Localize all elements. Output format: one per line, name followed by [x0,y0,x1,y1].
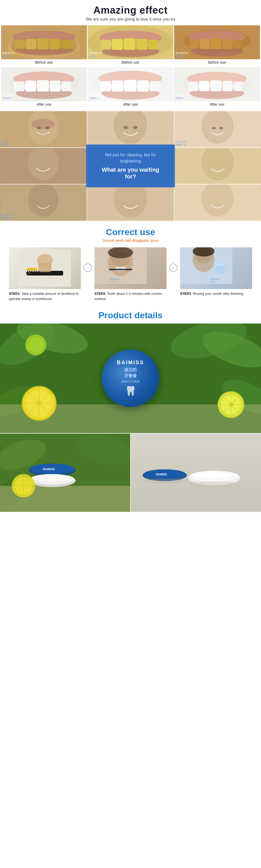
arrow-circle-1: → [84,264,92,272]
svg-rect-42 [112,80,123,92]
collage-face-1: BAIMISS佰魅伊人 [0,111,87,147]
svg-rect-41 [100,81,111,91]
brand-name: BAIMISS [117,359,144,366]
green-lemon [24,333,48,359]
collage-face-4 [0,148,87,184]
face-svg-3 [174,111,261,147]
product-chinese-name: 嗯贝吧牙膏膏 [117,367,144,379]
svg-point-62 [123,126,128,129]
after-tooth-1: BAIMISS佰魅伊人 After use [1,67,87,108]
baimiss-watermark-3: BAIMISS佰魅伊人 [175,141,187,146]
svg-rect-6 [26,39,36,49]
step-2-image: BAIMISS 佰魅伊人 [94,247,167,289]
svg-point-97 [108,247,133,258]
step-2: BAIMISS 佰魅伊人 STEP2: Tooth about 2-3 minu… [92,247,169,301]
step-3-label: STEP3: Rinsing your mouth after finishin… [180,291,252,297]
collage-overlay: Not just for cleaning, but for brighteni… [86,145,175,187]
svg-rect-50 [188,82,198,91]
correct-use-title: Correct use [4,227,257,237]
lemon-slice-right-svg [216,390,245,419]
steps-row: STEP1: Take a suitable amount of dentifr… [4,247,257,301]
svg-rect-9 [61,40,70,49]
svg-point-143 [34,475,70,482]
face-svg-2 [87,111,174,147]
tooth-icon: 🦷 [117,384,144,398]
before-label-2: Before use [88,59,174,66]
svg-text:BAIMISS: BAIMISS [156,473,167,476]
product-bottom-right: BAIMISS [131,434,261,512]
svg-text:佰魅伊人: 佰魅伊人 [209,281,217,283]
baimiss-watermark-7: BAIMISS佰魅伊人 [1,214,13,220]
after-tooth-3: BAIMISS佰魅伊人 After use [174,67,260,108]
svg-point-74 [28,184,58,217]
svg-text:佰魅伊人: 佰魅伊人 [109,281,117,283]
before-teeth-grid: BAIMISS佰魅伊人 Before use [0,25,261,66]
face-svg-8 [87,184,174,221]
main-subtitle: We are sure you are going to love it onc… [3,17,258,22]
lemon-slice-right [216,390,245,420]
step-3: BAIMISS 佰魅伊人 STEP3: Rinsing your mouth a… [178,247,254,297]
svg-rect-81 [26,272,31,274]
watermark-6: BAIMISS佰魅伊人 [176,94,188,100]
svg-text:BAIMISS: BAIMISS [110,278,120,280]
product-details-title: Product details [0,310,261,323]
after-teeth-grid: BAIMISS佰魅伊人 After use [0,67,261,108]
svg-point-66 [212,127,216,129]
after-tooth-2: BAIMISS佰魅伊人 After use [88,67,174,108]
face-svg-9 [174,184,261,221]
svg-rect-32 [14,82,25,91]
svg-rect-17 [136,39,147,50]
collage-face-7: BAIMISS佰魅伊人 [0,184,87,221]
main-title: Amazing effect [3,5,258,16]
green-lemon-svg [24,333,48,358]
after-label-1: After use [1,101,87,108]
product-details-section: Product details [0,307,261,512]
svg-rect-8 [49,39,60,49]
collage-face-3: BAIMISS佰魅伊人 [174,111,261,147]
after-label-2: After use [88,101,174,108]
step-3-image: BAIMISS 佰魅伊人 [180,247,252,289]
before-label-3: Before use [174,59,260,66]
face-svg-4 [0,148,87,184]
face-svg-6 [174,148,261,184]
overlay-text: Not just for cleaning, but for brighteni… [96,152,165,164]
product-bottom-left: BAIMISS [0,434,130,512]
product-tin-label: BAIMISS 嗯贝吧牙膏膏 重碳生活牙膏膏 🦷 [117,359,144,398]
svg-rect-18 [148,40,158,50]
lemon-slice-left [21,385,57,423]
step-1-image [9,247,81,289]
svg-rect-16 [123,38,136,50]
svg-rect-5 [16,40,25,49]
collage-face-6 [174,148,261,184]
svg-rect-51 [199,81,210,91]
svg-point-57 [32,119,55,129]
collage-section: BAIMISS佰魅伊人 BAIMISS佰魅伊人 [0,111,261,221]
product-open-svg: BAIMISS [0,434,130,512]
product-bottom-row: BAIMISS [0,434,261,512]
svg-rect-27 [233,40,242,49]
svg-point-157 [188,482,240,488]
correct-use-section: Correct use Smock teeth will disappear s… [0,221,261,307]
face-svg-7 [0,184,87,221]
arrow-circle-2: → [169,264,177,272]
product-powder-svg: BAIMISS [131,434,261,512]
before-tooth-3: BAIMISS佰魅伊人 Before use [174,25,260,66]
svg-point-156 [196,473,233,478]
step1-svg [19,250,71,286]
svg-text:BAIMISS: BAIMISS [43,467,55,471]
svg-rect-53 [223,81,233,91]
svg-point-158 [143,478,187,484]
svg-rect-33 [25,81,36,92]
svg-rect-52 [210,80,222,91]
correct-use-subtitle: Smock teeth will disappear soon [4,238,257,243]
page-header: Amazing effect We are sure you are going… [0,0,261,25]
watermark-3: BAIMISS佰魅伊人 [176,52,188,58]
overlay-cta: What are you waiting for? [96,166,165,180]
before-label-1: Before use [1,59,87,66]
svg-point-67 [219,127,223,129]
watermark-4: BAIMISS佰魅伊人 [3,94,16,100]
svg-rect-24 [200,39,210,49]
step2-svg: BAIMISS 佰魅伊人 [94,247,147,284]
svg-rect-14 [100,40,111,50]
collage-face-9 [174,184,261,221]
